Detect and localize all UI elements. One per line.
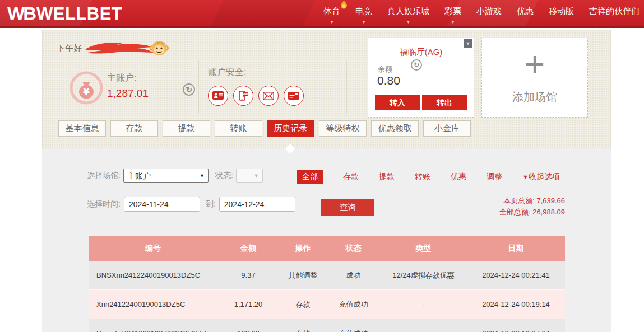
table-header-cell: 状态 [327, 236, 380, 261]
totals: 本页总额: 7,639.66 全部总额: 26,988.09 [499, 195, 565, 218]
refresh-venue-balance-button[interactable]: ↻ [411, 59, 422, 71]
time-filter-label: 选择时间: [87, 199, 121, 209]
transactions-table: 编号金额操作状态类型日期BNSXnn24122400190013DZ5C9.37… [89, 236, 565, 332]
chevron-down-icon: ▼ [451, 17, 455, 22]
nav-item-1[interactable]: 电竞▼ [355, 6, 372, 22]
table-cell: 2024-12-24 00:21:41 [467, 261, 565, 289]
chevron-down-icon: ▼ [362, 17, 366, 22]
id-card-icon[interactable] [208, 86, 228, 106]
nav-item-5[interactable]: 优惠▼ [517, 6, 534, 22]
add-venue-label: 添加场馆 [482, 90, 587, 105]
nav-item-label: 彩票 [444, 6, 461, 16]
nav-item-label: 体育 [323, 6, 340, 16]
main-account-summary: 主账户: 1,287.01 [107, 72, 149, 100]
table-cell: 2024-12-23 19:27:24 [467, 319, 565, 332]
tab-0[interactable]: 基本信息 [58, 120, 106, 137]
email-icon[interactable] [258, 86, 279, 106]
table-cell: 其他调整 [279, 261, 327, 289]
page-total: 本页总额: 7,639.66 [499, 195, 565, 207]
table-cell: 9.37 [217, 261, 279, 289]
type-tab-2[interactable]: 提款 [379, 172, 395, 182]
main-account-label: 主账户: [107, 72, 149, 84]
table-cell: 2024-12-24 00:19:14 [467, 290, 565, 319]
table-header-cell: 操作 [279, 236, 327, 261]
status-filter-label: 状态: [215, 171, 233, 181]
table-cell: - [380, 319, 467, 332]
chevron-down-icon: ▼ [522, 174, 529, 180]
tab-2[interactable]: 提款 [163, 120, 210, 137]
brand-logo[interactable]: WB WELLBET [7, 3, 122, 25]
nav-item-label: 真人娱乐城 [387, 6, 429, 16]
nav-item-label: 小游戏 [476, 6, 502, 16]
filter-row-venue: 选择场馆: 主账户 ▼ 状态: ▼ [87, 169, 263, 183]
money-bag-icon: ¥ [70, 71, 103, 105]
table-header-cell: 日期 [467, 236, 565, 261]
table-cell: UnnnA-U2412231927092425955T [89, 319, 217, 332]
nav-item-label: 电竞 [355, 6, 372, 16]
table-header-cell: 类型 [380, 236, 467, 261]
table-header-cell: 编号 [89, 236, 217, 261]
nav-item-2[interactable]: 真人娱乐城▼ [387, 6, 429, 22]
bank-card-icon[interactable] [284, 86, 304, 106]
add-venue-card[interactable]: + 添加场馆 [481, 38, 588, 118]
tab-4[interactable]: 历史记录 [267, 120, 314, 137]
greeting-text: 下午好 [57, 43, 82, 54]
table-header-row: 编号金额操作状态类型日期 [89, 236, 565, 261]
divider [346, 61, 347, 113]
type-tab-3[interactable]: 转账 [415, 172, 430, 182]
tab-5[interactable]: 等级特权 [319, 120, 367, 137]
type-tab-5[interactable]: 调整 [487, 172, 502, 182]
filter-row-time: 选择时间: 到: [87, 197, 295, 212]
nav-item-3[interactable]: 彩票▼ [444, 6, 461, 22]
type-tab-4[interactable]: 优惠 [451, 172, 466, 182]
refresh-balance-button[interactable]: ↻ [183, 83, 195, 96]
venue-select[interactable]: 主账户 [123, 169, 209, 183]
table-cell: 1,171.20 [217, 290, 279, 319]
table-cell: 12/24虚拟存款优惠 [380, 261, 467, 289]
tab-6[interactable]: 优惠领取 [371, 120, 419, 137]
table-cell: 100.00 [217, 319, 279, 332]
nav-item-0[interactable]: 体育▼ [323, 6, 340, 22]
nav-item-4[interactable]: 小游戏▼ [476, 6, 502, 22]
date-to-input[interactable] [219, 197, 295, 212]
security-icons: SMS [208, 86, 304, 106]
to-label: 到: [206, 199, 216, 209]
query-button[interactable]: 查询 [321, 199, 374, 216]
type-tab-1[interactable]: 存款 [343, 172, 359, 182]
history-panel: 选择场馆: 主账户 ▼ 状态: ▼ 全部存款提款转账优惠调整▼收起选项 选择时间… [42, 148, 611, 332]
nav-item-label: 优惠 [517, 6, 534, 16]
collapse-options-link[interactable]: ▼收起选项 [522, 172, 560, 182]
venue-card-title: 福临厅(AG) [368, 47, 474, 58]
tab-7[interactable]: 小金库 [423, 120, 471, 137]
chevron-down-icon: ▼ [406, 17, 411, 22]
greeting: 下午好 [57, 39, 169, 58]
nav-item-6[interactable]: 移动版▼ [549, 6, 574, 22]
status-select [236, 169, 263, 183]
close-icon[interactable]: x [464, 39, 472, 48]
main-account-balance: 1,287.01 [107, 87, 149, 100]
transfer-out-button[interactable]: 转出 [422, 95, 467, 110]
account-security: 账户安全: SMS [208, 67, 304, 106]
sms-phone-icon[interactable]: SMS [233, 86, 253, 106]
account-tabs: 基本信息存款提款转账历史记录等级特权优惠领取小金库 [58, 120, 471, 137]
divider [198, 61, 199, 113]
brand-logo-mark: WB [7, 4, 35, 24]
table-row: UnnnA-U2412231927092425955T100.00存款充值成功-… [89, 319, 565, 332]
table-cell: 存款 [279, 290, 327, 319]
nav-item-7[interactable]: 吉祥的伙伴们▼ [589, 6, 640, 22]
venue-balance: 0.80 [377, 74, 400, 87]
chevron-down-icon: ▼ [330, 17, 334, 22]
date-from-input[interactable] [124, 197, 200, 212]
tab-1[interactable]: 存款 [110, 120, 158, 137]
type-tab-0[interactable]: 全部 [297, 170, 323, 184]
table-cell: Xnn24122400190013DZ5C [89, 290, 217, 319]
venue-balance-label: 余额 [378, 64, 392, 74]
nav-item-label: 吉祥的伙伴们 [589, 6, 640, 16]
transfer-in-button[interactable]: 转入 [375, 95, 420, 110]
table-header-cell: 金额 [217, 236, 279, 261]
tab-3[interactable]: 转账 [215, 120, 262, 137]
table-row: Xnn24122400190013DZ5C1,171.20存款充值成功-2024… [89, 290, 565, 319]
table-row: BNSXnn24122400190013DZ5C9.37其他调整成功12/24虚… [89, 261, 565, 290]
svg-text:¥: ¥ [83, 86, 90, 97]
brand-logo-text: WELLBET [36, 4, 122, 24]
